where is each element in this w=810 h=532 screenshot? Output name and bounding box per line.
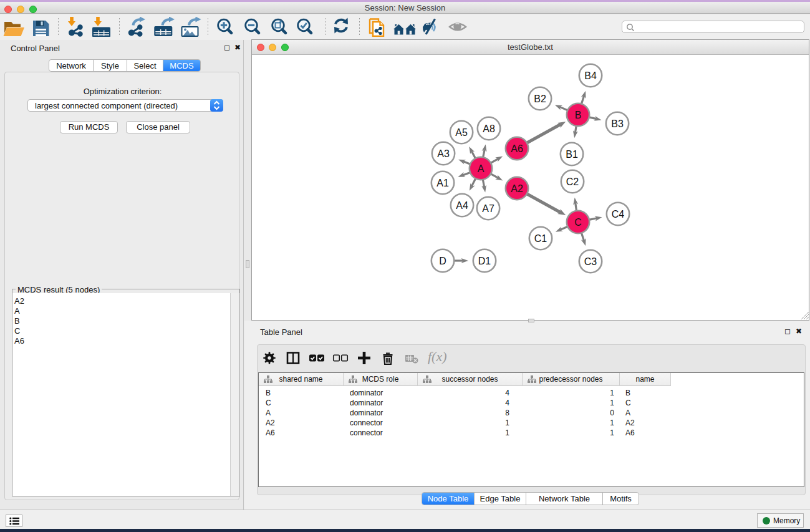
svg-text:A6: A6 (511, 143, 523, 154)
svg-text:A5: A5 (455, 127, 468, 138)
svg-text:D: D (439, 256, 446, 266)
svg-text:C3: C3 (584, 256, 597, 267)
svg-text:C2: C2 (566, 177, 579, 187)
svg-text:B1: B1 (566, 149, 578, 160)
svg-text:C1: C1 (534, 233, 547, 244)
svg-text:A1: A1 (436, 178, 449, 188)
svg-text:A8: A8 (483, 123, 495, 134)
svg-text:B4: B4 (584, 70, 597, 81)
svg-text:A2: A2 (511, 183, 523, 194)
svg-text:A: A (478, 163, 485, 174)
svg-text:A7: A7 (482, 203, 494, 214)
svg-text:C4: C4 (612, 209, 625, 220)
svg-text:D1: D1 (478, 256, 491, 266)
svg-text:A4: A4 (456, 200, 468, 211)
svg-text:A3: A3 (437, 148, 450, 159)
svg-text:B: B (575, 110, 582, 120)
svg-text:C: C (574, 217, 582, 228)
svg-text:B2: B2 (534, 94, 546, 104)
svg-text:B3: B3 (611, 118, 624, 129)
